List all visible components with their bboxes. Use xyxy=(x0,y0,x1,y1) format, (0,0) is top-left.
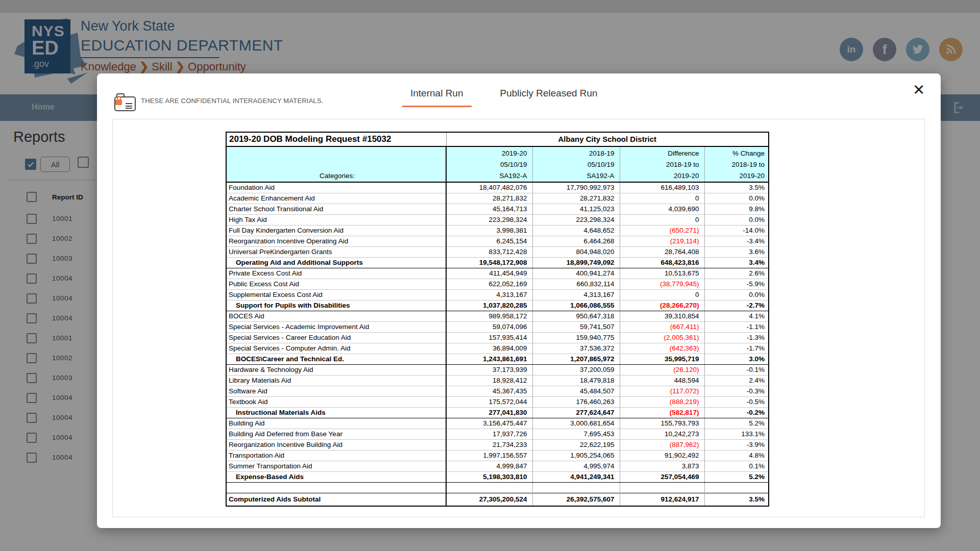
category-cell xyxy=(226,482,446,493)
category-cell: Foundation Aid xyxy=(226,182,446,193)
value-cell: 59,741,507 xyxy=(532,321,620,332)
value-cell: 648,423,816 xyxy=(620,257,704,268)
value-cell: 3,998,381 xyxy=(446,225,532,236)
value-cell: 7,695,453 xyxy=(532,429,620,439)
value-cell: 448,594 xyxy=(620,375,704,386)
value-cell: 26,392,575,607 xyxy=(532,493,620,506)
value-cell: 4,995,974 xyxy=(532,461,620,471)
category-cell: Public Excess Cost Aid xyxy=(226,279,446,289)
close-icon[interactable]: ✕ xyxy=(913,83,925,97)
value-cell: 10,242,273 xyxy=(620,429,704,439)
value-cell: 411,454,949 xyxy=(446,268,532,279)
value-cell: -1.1% xyxy=(704,321,769,332)
value-cell: -0.3% xyxy=(704,386,769,396)
value-cell: 5.2% xyxy=(704,418,769,429)
value-cell: 3.4% xyxy=(704,257,769,268)
value-cell: 1,066,086,555 xyxy=(532,300,620,311)
value-cell: 37,536,372 xyxy=(532,343,620,354)
value-cell: 277,624,647 xyxy=(532,407,620,418)
value-cell: 41,125,023 xyxy=(532,204,620,214)
value-cell: 28,271,832 xyxy=(532,193,620,204)
category-cell: Computerized Aids Subtotal xyxy=(226,493,446,506)
value-cell: 223,298,324 xyxy=(446,214,532,225)
table-row: Summer Transportation Aid4,999,8474,995,… xyxy=(226,461,769,471)
value-cell: -5.9% xyxy=(704,279,769,289)
value-cell: 616,489,103 xyxy=(620,182,704,193)
value-cell: 27,305,200,524 xyxy=(446,493,532,506)
value-cell: 18,407,482,076 xyxy=(446,182,532,193)
category-cell: Full Day Kindergarten Conversion Aid xyxy=(226,225,446,236)
category-cell: Supplemental Excess Cost Aid xyxy=(226,289,446,300)
tab-publicly-released-run[interactable]: Publicly Released Run xyxy=(492,86,606,107)
value-cell: (38,779,945) xyxy=(620,279,704,289)
value-cell: 35,995,719 xyxy=(620,354,704,364)
value-cell: 22,622,195 xyxy=(532,439,620,450)
category-cell: High Tax Aid xyxy=(226,214,446,225)
value-cell: 0 xyxy=(620,214,704,225)
category-cell: Academic Enhancement Aid xyxy=(226,193,446,204)
category-cell: Universal PreKindergarten Grants xyxy=(226,246,446,257)
value-cell: 19,548,172,908 xyxy=(446,257,532,268)
table-row: Library Materials Aid18,928,41218,479,81… xyxy=(226,375,769,386)
category-cell: Hardware & Technology Aid xyxy=(226,364,446,375)
value-cell: 4.8% xyxy=(704,450,769,461)
confidential-briefcase-lock-icon xyxy=(113,93,137,111)
value-cell: (667,411) xyxy=(620,321,704,332)
value-cell: 28,764,408 xyxy=(620,246,704,257)
table-row: Support for Pupils with Disabilities1,03… xyxy=(226,300,769,311)
value-cell: 4,999,847 xyxy=(446,461,532,471)
value-cell: 21,734,233 xyxy=(446,439,532,450)
tab-internal-run[interactable]: Internal Run xyxy=(402,86,472,107)
table-row: Computerized Aids Subtotal27,305,200,524… xyxy=(226,493,769,506)
table-row: Public Excess Cost Aid622,052,169660,832… xyxy=(226,279,769,289)
table-row: Transportation Aid1,997,156,5571,905,254… xyxy=(226,450,769,461)
value-cell: 3.5% xyxy=(704,493,769,506)
value-cell: (28,266,270) xyxy=(620,300,704,311)
value-cell: (26,120) xyxy=(620,364,704,375)
category-cell: Operating Aid and Additional Supports xyxy=(226,257,446,268)
column-header: 2019-2005/10/19SA192-A xyxy=(446,146,532,182)
value-cell: 45,484,507 xyxy=(532,386,620,396)
table-row: Charter School Transitional Aid45,164,71… xyxy=(226,204,769,214)
category-cell: Expense-Based Aids xyxy=(226,471,446,482)
value-cell: 1,243,861,691 xyxy=(446,354,532,364)
value-cell: 6,245,154 xyxy=(446,236,532,246)
value-cell: 3,873 xyxy=(620,461,704,471)
value-cell: (2,005,361) xyxy=(620,332,704,343)
value-cell: 39,310,854 xyxy=(620,311,704,321)
value-cell: 37,173,939 xyxy=(446,364,532,375)
report-modal: THESE ARE CONFIDENTIAL INTERAGENCY MATER… xyxy=(97,73,941,528)
value-cell: 3.5% xyxy=(704,182,769,193)
category-cell: BOCES Aid xyxy=(226,311,446,321)
categories-label: Categories: xyxy=(226,146,446,182)
category-cell: Library Materials Aid xyxy=(226,375,446,386)
value-cell: -1.3% xyxy=(704,332,769,343)
value-cell: 1,207,865,972 xyxy=(532,354,620,364)
category-cell: Charter School Transitional Aid xyxy=(226,204,446,214)
value-cell: (642,363) xyxy=(620,343,704,354)
table-row: Universal PreKindergarten Grants833,712,… xyxy=(226,246,769,257)
table-row: Special Services - Academic Improvement … xyxy=(226,321,769,332)
value-cell: 4,648,652 xyxy=(532,225,620,236)
value-cell: -0.2% xyxy=(704,407,769,418)
value-cell: 989,958,172 xyxy=(446,311,532,321)
value-cell: 1,905,254,065 xyxy=(532,450,620,461)
table-row: Textbook Aid175,572,044176,460,263(888,2… xyxy=(226,396,769,407)
value-cell: (219,114) xyxy=(620,236,704,246)
value-cell: 5.2% xyxy=(704,471,769,482)
value-cell: 833,712,428 xyxy=(446,246,532,257)
value-cell: 6,464,268 xyxy=(532,236,620,246)
column-header: Difference2018-19 to2019-20 xyxy=(620,146,704,182)
value-cell: -14.0% xyxy=(704,225,769,236)
table-row: Reorganization Incentive Operating Aid6,… xyxy=(226,236,769,246)
value-cell: 155,793,793 xyxy=(620,418,704,429)
spacer-row xyxy=(226,482,769,493)
value-cell: 3,000,681,654 xyxy=(532,418,620,429)
value-cell: 37,200,059 xyxy=(532,364,620,375)
table-row: Building Aid3,156,475,4473,000,681,65415… xyxy=(226,418,769,429)
value-cell: -2.7% xyxy=(704,300,769,311)
report-content-box: 2019-20 DOB Modeling Request #15032 Alba… xyxy=(112,119,925,517)
value-cell: 18,899,749,092 xyxy=(532,257,620,268)
table-row: BOCES Aid989,958,172950,647,31839,310,85… xyxy=(226,311,769,321)
confidential-note: THESE ARE CONFIDENTIAL INTERAGENCY MATER… xyxy=(141,97,324,105)
